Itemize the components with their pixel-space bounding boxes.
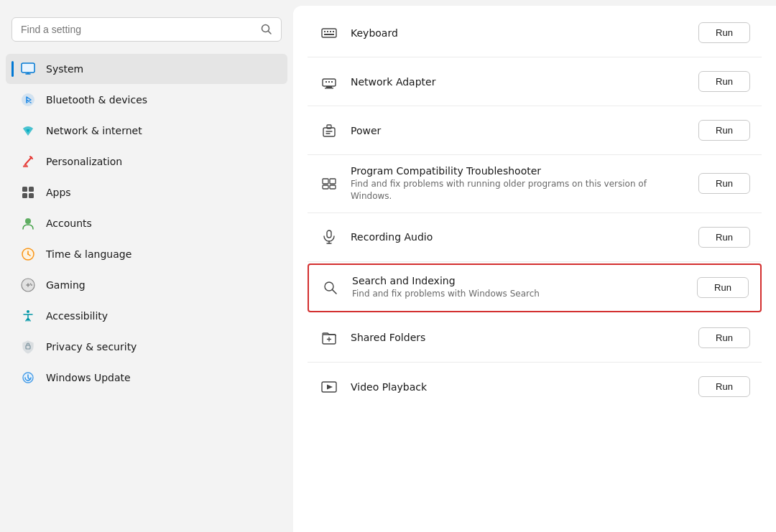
svg-point-18 [30, 284, 32, 285]
sidebar-item-system[interactable]: System [6, 54, 287, 84]
svg-rect-25 [330, 31, 331, 32]
ts-title: Shared Folders [351, 332, 687, 343]
network-adapter-icon [319, 72, 339, 92]
accounts-icon [20, 215, 36, 231]
ts-title: Recording Audio [351, 231, 687, 243]
time-icon [20, 246, 36, 262]
svg-rect-9 [29, 193, 34, 198]
ts-title: Search and Indexing [352, 275, 685, 286]
update-icon [20, 370, 36, 386]
svg-rect-31 [325, 81, 327, 83]
active-indicator [11, 61, 14, 77]
sidebar-item-label: System [46, 63, 83, 75]
ts-text-power: Power [351, 125, 687, 136]
accessibility-icon [20, 308, 36, 324]
svg-rect-8 [22, 193, 27, 198]
svg-rect-7 [29, 187, 34, 192]
ts-title: Program Compatibility Troubleshooter [351, 165, 687, 177]
sidebar-item-accounts[interactable]: Accounts [6, 208, 287, 238]
recording-audio-icon [319, 227, 339, 247]
sidebar-item-label: Accounts [46, 218, 92, 229]
svg-point-10 [25, 218, 31, 224]
run-button-search-indexing[interactable]: Run [697, 277, 749, 298]
sidebar-item-apps[interactable]: Apps [6, 177, 287, 207]
network-icon [20, 123, 36, 139]
run-button-power[interactable]: Run [698, 120, 750, 141]
video-playback-icon [319, 377, 339, 397]
run-button-program-compat[interactable]: Run [698, 173, 750, 194]
svg-line-46 [333, 289, 337, 294]
svg-line-1 [269, 32, 272, 34]
monitor-icon [20, 61, 36, 77]
sidebar-item-accessibility[interactable]: Accessibility [6, 301, 287, 331]
search-icon [261, 24, 272, 35]
ts-text-network-adapter: Network Adapter [351, 76, 687, 88]
search-indexing-icon [320, 278, 341, 298]
gaming-icon [20, 277, 36, 293]
sidebar-item-label: Bluetooth & devices [46, 94, 147, 106]
svg-rect-26 [333, 31, 334, 32]
power-icon [319, 121, 339, 141]
sidebar-item-time[interactable]: Time & language [6, 239, 287, 269]
ts-item-network-adapter: Network AdapterRun [308, 57, 762, 106]
svg-point-20 [27, 310, 29, 313]
sidebar-item-network[interactable]: Network & internet [6, 116, 287, 146]
troubleshooter-list: KeyboardRun Network AdapterRun PowerRun … [293, 6, 776, 414]
sidebar-item-label: Gaming [46, 279, 86, 291]
ts-text-video-playback: Video Playback [351, 381, 687, 393]
keyboard-icon [319, 23, 339, 43]
ts-title: Keyboard [351, 27, 687, 39]
ts-text-program-compat: Program Compatibility TroubleshooterFind… [351, 165, 687, 202]
search-input[interactable] [21, 24, 255, 35]
sidebar-item-label: Privacy & security [46, 341, 137, 353]
svg-rect-30 [325, 88, 333, 89]
ts-title: Network Adapter [351, 76, 687, 88]
ts-subtitle: Find and fix problems with running older… [351, 178, 687, 202]
apps-icon [20, 185, 36, 200]
svg-point-5 [22, 93, 34, 106]
ts-item-video-playback: Video PlaybackRun [308, 363, 762, 411]
sidebar-item-label: Time & language [46, 248, 131, 260]
privacy-icon [20, 339, 36, 355]
svg-rect-39 [330, 179, 336, 184]
ts-item-recording-audio: Recording AudioRun [308, 213, 762, 262]
svg-rect-2 [22, 63, 34, 73]
sidebar-item-label: Network & internet [46, 125, 142, 136]
svg-rect-41 [330, 185, 336, 189]
run-button-network-adapter[interactable]: Run [698, 71, 750, 92]
sidebar-item-label: Accessibility [46, 310, 108, 322]
sidebar-item-gaming[interactable]: Gaming [6, 270, 287, 300]
run-button-keyboard[interactable]: Run [698, 22, 750, 43]
ts-item-keyboard: KeyboardRun [308, 9, 762, 57]
svg-marker-51 [327, 384, 333, 389]
ts-text-search-indexing: Search and IndexingFind and fix problems… [352, 275, 685, 300]
sidebar-item-label: Personalization [46, 156, 122, 167]
ts-item-shared-folders: Shared FoldersRun [308, 314, 762, 363]
svg-rect-40 [323, 185, 328, 189]
shared-folders-icon [319, 327, 339, 347]
svg-rect-24 [327, 31, 328, 32]
sidebar-item-update[interactable]: Windows Update [6, 363, 287, 393]
ts-title: Power [351, 125, 687, 136]
program-compat-icon [319, 174, 339, 194]
sidebar-item-bluetooth[interactable]: Bluetooth & devices [6, 85, 287, 115]
bluetooth-icon [20, 92, 36, 108]
sidebar-item-personalization[interactable]: Personalization [6, 146, 287, 177]
run-button-video-playback[interactable]: Run [698, 376, 750, 397]
svg-rect-42 [327, 230, 331, 238]
run-button-recording-audio[interactable]: Run [698, 227, 750, 248]
run-button-shared-folders[interactable]: Run [698, 327, 750, 348]
sidebar: System Bluetooth & devices Network & int… [0, 0, 293, 532]
ts-text-recording-audio: Recording Audio [351, 231, 687, 243]
sidebar-item-label: Apps [46, 187, 71, 198]
svg-rect-27 [324, 34, 334, 35]
svg-rect-22 [322, 29, 336, 37]
search-box[interactable] [11, 17, 282, 42]
sidebar-item-privacy[interactable]: Privacy & security [6, 332, 287, 362]
ts-subtitle: Find and fix problems with Windows Searc… [352, 288, 685, 300]
svg-rect-38 [323, 179, 328, 184]
svg-rect-33 [331, 81, 333, 83]
svg-rect-34 [323, 128, 335, 136]
ts-title: Video Playback [351, 381, 687, 393]
ts-text-shared-folders: Shared Folders [351, 332, 687, 343]
